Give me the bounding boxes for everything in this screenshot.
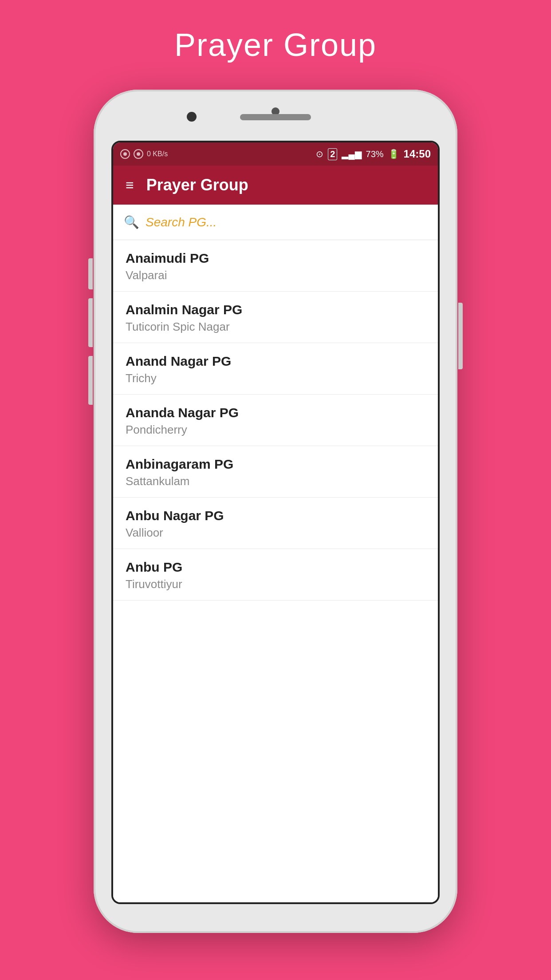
front-camera [187, 112, 197, 122]
notification-icon-2 [134, 149, 143, 159]
list-item[interactable]: Anaimudi PG Valparai [113, 240, 438, 292]
phone-top-bezel [107, 103, 444, 138]
item-name: Anand Nagar PG [126, 354, 425, 369]
status-right: ⊙ 2 ▂▄▆ 73% 🔋 14:50 [316, 148, 431, 160]
item-location: Valparai [126, 269, 425, 282]
battery-indicator: 73% [366, 149, 384, 159]
item-name: Anbu Nagar PG [126, 508, 425, 523]
search-bar: 🔍 [113, 205, 438, 240]
volume-up-button [88, 258, 93, 289]
prayer-group-list: Anaimudi PG Valparai Analmin Nagar PG Tu… [113, 240, 438, 902]
status-left: 0 KB/s [120, 149, 168, 159]
power-button [458, 303, 463, 369]
list-item[interactable]: Anand Nagar PG Trichy [113, 343, 438, 395]
list-item[interactable]: Analmin Nagar PG Tuticorin Spic Nagar [113, 292, 438, 343]
kb-indicator: 0 KB/s [147, 150, 168, 158]
phone-speaker [240, 114, 311, 120]
page-title: Prayer Group [174, 27, 377, 63]
list-item[interactable]: Anbu Nagar PG Vallioor [113, 498, 438, 549]
list-item[interactable]: Anbu PG Tiruvottiyur [113, 549, 438, 601]
mute-button [88, 356, 93, 405]
item-location: Trichy [126, 371, 425, 385]
phone-screen: 0 KB/s ⊙ 2 ▂▄▆ 73% 🔋 14:50 ≡ Prayer Grou… [111, 141, 440, 904]
search-icon: 🔍 [124, 215, 139, 229]
hamburger-menu-icon[interactable]: ≡ [126, 178, 134, 192]
item-location: Pondicherry [126, 423, 425, 437]
network-badge: 2 [328, 148, 337, 160]
signal-icon: ▂▄▆ [342, 149, 361, 159]
app-bar-title: Prayer Group [146, 176, 248, 194]
item-name: Ananda Nagar PG [126, 405, 425, 420]
clock: 14:50 [404, 148, 431, 160]
item-name: Anaimudi PG [126, 251, 425, 266]
item-location: Vallioor [126, 526, 425, 540]
status-bar: 0 KB/s ⊙ 2 ▂▄▆ 73% 🔋 14:50 [113, 142, 438, 166]
list-item[interactable]: Anbinagaram PG Sattankulam [113, 446, 438, 498]
item-location: Sattankulam [126, 474, 425, 488]
wifi-icon: ⊙ [316, 149, 323, 159]
battery-icon: 🔋 [388, 149, 399, 159]
search-input[interactable] [146, 215, 427, 229]
item-name: Analmin Nagar PG [126, 302, 425, 317]
volume-down-button [88, 298, 93, 347]
notification-icon-1 [120, 149, 130, 159]
app-bar: ≡ Prayer Group [113, 166, 438, 205]
item-location: Tuticorin Spic Nagar [126, 320, 425, 334]
item-name: Anbinagaram PG [126, 457, 425, 472]
item-name: Anbu PG [126, 560, 425, 575]
item-location: Tiruvottiyur [126, 577, 425, 591]
phone-shell: 0 KB/s ⊙ 2 ▂▄▆ 73% 🔋 14:50 ≡ Prayer Grou… [94, 90, 457, 933]
list-item[interactable]: Ananda Nagar PG Pondicherry [113, 395, 438, 446]
